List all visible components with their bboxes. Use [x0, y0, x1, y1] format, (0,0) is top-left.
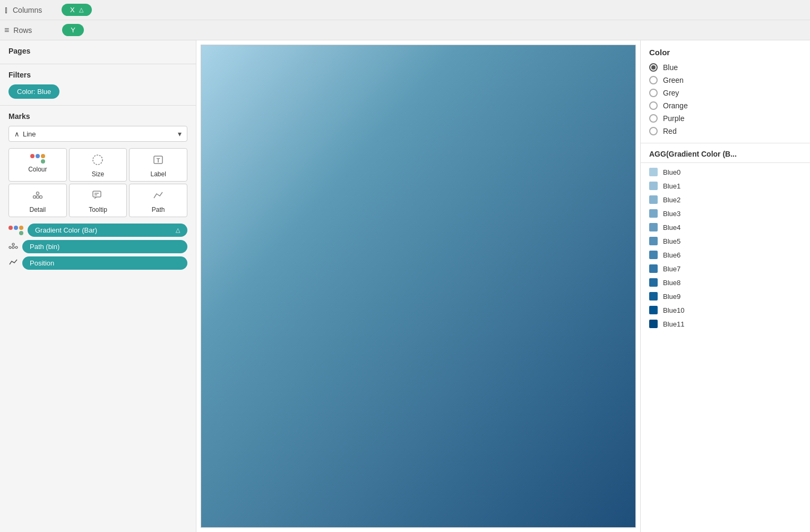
label-card[interactable]: T Label: [129, 148, 187, 182]
position-pill[interactable]: Position: [22, 256, 187, 270]
color-list-item[interactable]: Blue9: [641, 289, 810, 303]
marks-section: Marks ∧ Line ▾: [0, 106, 196, 532]
position-pill-row: Position: [8, 256, 187, 270]
detail-card-label: Detail: [29, 206, 46, 213]
label-icon: T: [152, 154, 164, 168]
svg-point-5: [39, 196, 42, 199]
color-list-item[interactable]: Blue1: [641, 179, 810, 193]
rows-shelf: ≡ Rows Y: [0, 20, 810, 40]
color-list-item[interactable]: Blue4: [641, 220, 810, 234]
svg-point-10: [9, 246, 11, 248]
y-pill[interactable]: Y: [62, 24, 84, 36]
color-swatch: [649, 168, 658, 176]
color-title: Color: [649, 48, 802, 57]
color-list-item[interactable]: Blue0: [641, 165, 810, 179]
marks-title: Marks: [8, 112, 187, 121]
color-item-label: Blue9: [663, 293, 680, 301]
detail-icon: [32, 190, 44, 204]
radio-red: [649, 127, 658, 135]
svg-point-11: [12, 246, 14, 248]
color-item-label: Blue11: [663, 320, 684, 328]
color-swatch: [649, 182, 658, 190]
filters-section: Filters Color: Blue: [0, 64, 196, 106]
left-panel: Pages Filters Color: Blue Marks ∧ Line ▾: [0, 40, 196, 532]
color-item-label: Blue6: [663, 251, 680, 259]
right-panel: Color Blue Green Grey Orange: [640, 40, 810, 532]
colour-card[interactable]: Colour: [8, 148, 67, 182]
path-bin-icon: [8, 241, 18, 253]
colour-icon: [30, 154, 45, 164]
radio-purple: [649, 114, 658, 123]
color-list-item[interactable]: Blue8: [641, 276, 810, 289]
color-option-orange[interactable]: Orange: [649, 101, 802, 110]
path-card[interactable]: Path: [129, 184, 187, 217]
x-pill[interactable]: X △: [62, 4, 92, 16]
color-list-item[interactable]: Blue3: [641, 207, 810, 220]
color-list[interactable]: Blue0Blue1Blue2Blue3Blue4Blue5Blue6Blue7…: [641, 163, 810, 532]
color-option-blue[interactable]: Blue: [649, 63, 802, 72]
path-bin-pill-row: Path (bin): [8, 240, 187, 253]
radio-blue: [649, 63, 658, 72]
color-list-item[interactable]: Blue10: [641, 303, 810, 317]
color-item-label: Blue0: [663, 168, 680, 176]
svg-point-4: [36, 196, 39, 199]
color-option-green[interactable]: Green: [649, 76, 802, 84]
size-card-label: Size: [92, 170, 104, 178]
color-swatch: [649, 306, 658, 314]
color-swatch: [649, 195, 658, 204]
path-bin-pill[interactable]: Path (bin): [22, 240, 187, 253]
color-item-label: Blue10: [663, 306, 684, 314]
color-filter-pill[interactable]: Color: Blue: [8, 84, 59, 99]
detail-card[interactable]: Detail: [8, 184, 67, 217]
color-list-item[interactable]: Blue5: [641, 234, 810, 248]
marks-type-dropdown-arrow: ▾: [178, 130, 182, 138]
svg-point-3: [33, 196, 36, 199]
color-radio-group: Blue Green Grey Orange Purple: [649, 63, 802, 135]
filters-title: Filters: [8, 71, 187, 79]
color-list-item[interactable]: Blue11: [641, 317, 810, 331]
gradient-color-pill[interactable]: Gradient Color (Bar) △: [28, 224, 187, 237]
rows-icon: ≡: [4, 25, 9, 35]
columns-label: Columns: [13, 6, 55, 14]
color-option-grey[interactable]: Grey: [649, 89, 802, 97]
pages-section: Pages: [0, 40, 196, 64]
color-item-label: Blue8: [663, 279, 680, 287]
line-icon: ∧: [14, 130, 20, 138]
svg-point-12: [15, 246, 18, 248]
color-swatch: [649, 251, 658, 259]
color-swatch: [649, 320, 658, 328]
pages-title: Pages: [8, 47, 187, 55]
viz-canvas: [201, 45, 636, 528]
color-swatch: [649, 292, 658, 301]
color-option-red[interactable]: Red: [649, 127, 802, 135]
columns-icon: ⫿: [4, 5, 8, 15]
tooltip-card-label: Tooltip: [89, 206, 107, 213]
svg-point-0: [93, 155, 102, 165]
svg-rect-7: [93, 191, 101, 197]
color-swatch: [649, 209, 658, 218]
marks-type-label: Line: [23, 130, 36, 138]
tooltip-icon: [92, 190, 104, 204]
color-section: Color Blue Green Grey Orange: [641, 40, 810, 143]
size-card[interactable]: Size: [69, 148, 127, 182]
color-option-purple[interactable]: Purple: [649, 114, 802, 123]
agg-section: AGG(Gradient Color (B... Blue0Blue1Blue2…: [641, 143, 810, 532]
svg-point-13: [12, 243, 14, 245]
gradient-color-pill-row: Gradient Color (Bar) △: [8, 224, 187, 237]
color-list-item[interactable]: Blue7: [641, 262, 810, 276]
color-item-label: Blue3: [663, 210, 680, 218]
marks-type-selector[interactable]: ∧ Line ▾: [8, 126, 187, 142]
path-icon: [152, 190, 164, 204]
color-item-label: Blue1: [663, 182, 680, 190]
columns-shelf: ⫿ Columns X △: [0, 0, 810, 20]
tooltip-card[interactable]: Tooltip: [69, 184, 127, 217]
path-card-label: Path: [152, 206, 165, 213]
agg-header: AGG(Gradient Color (B...: [641, 143, 810, 163]
color-list-item[interactable]: Blue2: [641, 193, 810, 207]
visualization-area: [196, 40, 640, 532]
color-list-item[interactable]: Blue6: [641, 248, 810, 262]
color-swatch: [649, 237, 658, 245]
position-icon: [8, 258, 18, 269]
radio-green: [649, 76, 658, 84]
radio-grey: [649, 89, 658, 97]
